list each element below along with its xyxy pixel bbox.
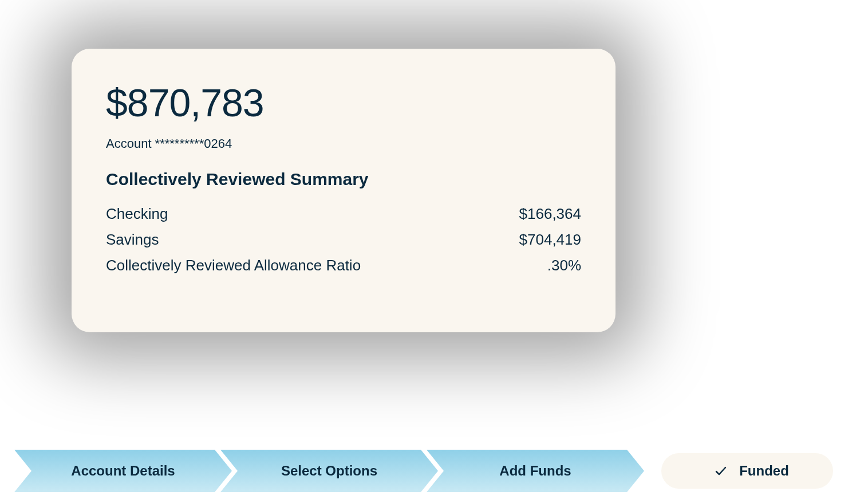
step-funded[interactable]: Funded [661, 453, 833, 489]
summary-row-savings: Savings $704,419 [106, 231, 581, 249]
summary-row-checking: Checking $166,364 [106, 205, 581, 223]
step-label: Add Funds [499, 463, 571, 479]
step-account-details[interactable]: Account Details [14, 450, 232, 492]
step-label: Select Options [281, 463, 377, 479]
balance-amount: $870,783 [106, 80, 581, 125]
summary-label: Savings [106, 231, 159, 249]
progress-stepper: Account Details Select Options Add Funds… [14, 450, 833, 492]
summary-value: $704,419 [519, 231, 581, 249]
summary-value: .30% [547, 257, 581, 274]
step-label: Funded [739, 463, 789, 479]
step-add-funds[interactable]: Add Funds [427, 450, 644, 492]
summary-title: Collectively Reviewed Summary [106, 170, 581, 189]
step-select-options[interactable]: Select Options [220, 450, 438, 492]
summary-value: $166,364 [519, 205, 581, 223]
account-summary-card: $870,783 Account **********0264 Collecti… [72, 49, 616, 332]
check-icon [714, 464, 728, 478]
account-number: Account **********0264 [106, 136, 581, 151]
summary-label: Checking [106, 205, 168, 223]
summary-row-allowance-ratio: Collectively Reviewed Allowance Ratio .3… [106, 257, 581, 274]
summary-label: Collectively Reviewed Allowance Ratio [106, 257, 361, 274]
step-label: Account Details [71, 463, 175, 479]
